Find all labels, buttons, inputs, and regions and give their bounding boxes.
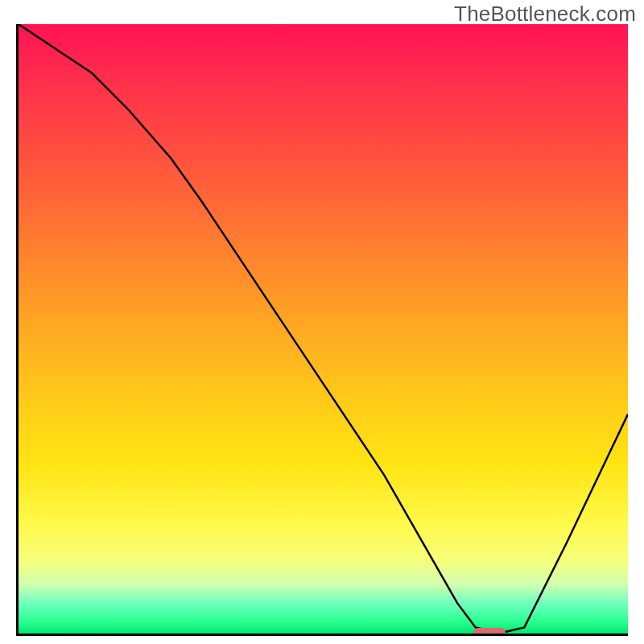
optimal-range-marker <box>473 628 506 636</box>
plot-area <box>16 24 628 636</box>
bottleneck-curve-path <box>19 24 628 632</box>
watermark-text: TheBottleneck.com <box>454 2 636 27</box>
chart-root: TheBottleneck.com <box>0 0 644 644</box>
curve-svg <box>19 24 628 634</box>
